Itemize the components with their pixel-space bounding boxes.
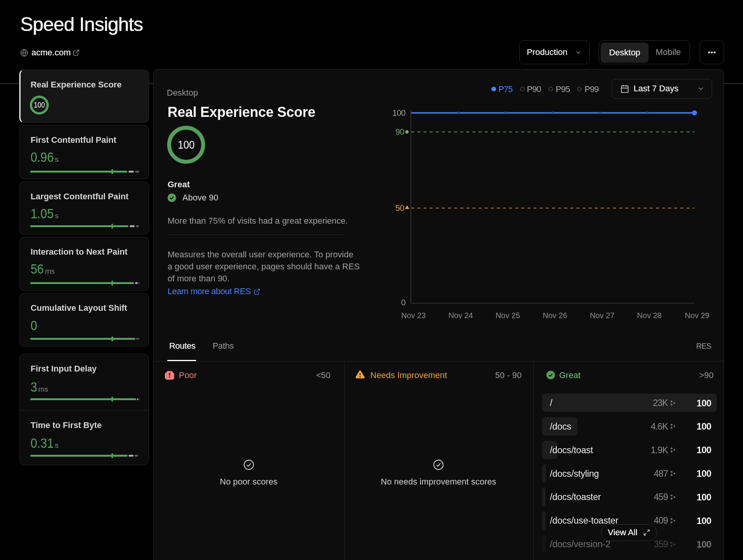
svg-text:Nov 27: Nov 27 <box>590 311 614 320</box>
svg-text:Nov 25: Nov 25 <box>496 311 520 320</box>
svg-text:100: 100 <box>392 108 406 118</box>
svg-text:Nov 28: Nov 28 <box>637 311 661 320</box>
svg-text:Nov 26: Nov 26 <box>543 311 567 320</box>
svg-text:90: 90 <box>395 127 404 137</box>
svg-text:50: 50 <box>395 203 404 213</box>
svg-text:0: 0 <box>401 298 406 307</box>
svg-text:Nov 29: Nov 29 <box>685 311 709 320</box>
svg-text:Nov 24: Nov 24 <box>449 311 473 320</box>
svg-text:Nov 23: Nov 23 <box>401 311 426 320</box>
